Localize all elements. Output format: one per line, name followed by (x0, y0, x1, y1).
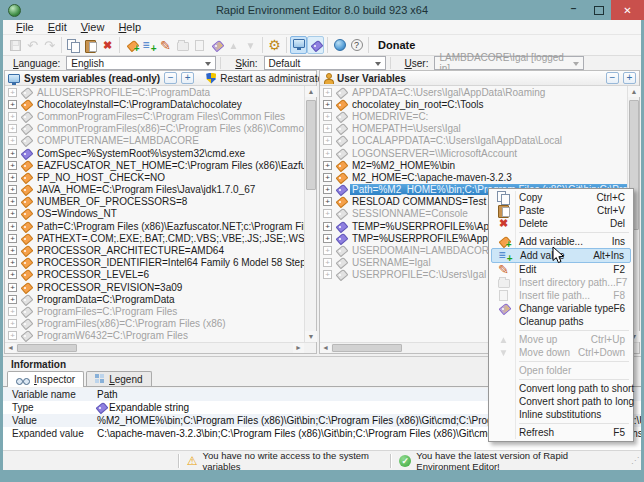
variable-row[interactable]: COMPUTERNAME=LAMBDACORE (5, 135, 304, 147)
variable-row[interactable]: PROCESSOR_LEVEL=6 (5, 269, 304, 281)
menubar-item[interactable]: View (74, 21, 112, 33)
scroll-right-icon[interactable]: ► (293, 343, 304, 353)
save-button[interactable] (7, 36, 24, 54)
menu-move-down[interactable]: Move down Ctrl+Down (491, 346, 631, 359)
expand-icon[interactable] (323, 161, 332, 170)
expand-icon[interactable] (8, 197, 17, 206)
add-value-button[interactable] (140, 36, 157, 54)
skin-select[interactable]: Default (264, 56, 386, 70)
variable-row[interactable]: Path=C:\Program Files (x86)\Eazfuscator.… (5, 220, 304, 232)
variable-row[interactable]: ProgramW6432=C:\Program Files (5, 330, 304, 342)
variable-row[interactable]: ALLUSERSPROFILE=C:\ProgramData (5, 86, 304, 98)
variable-row[interactable]: CommonProgramFiles(x86)=C:\Program Files… (5, 123, 304, 135)
expand-icon[interactable] (323, 185, 332, 194)
expand-icon[interactable] (8, 136, 17, 145)
delete-button[interactable] (99, 36, 116, 54)
variable-row[interactable]: LOGONSERVER=\\MicrosoftAccount (320, 147, 627, 159)
variable-row[interactable]: ProgramFiles=C:\Program Files (5, 305, 304, 317)
context-menu-item[interactable] (519, 330, 629, 331)
collapse-all-button[interactable] (606, 72, 619, 84)
undo-button[interactable] (24, 36, 41, 54)
expand-icon[interactable] (8, 319, 17, 328)
expand-icon[interactable] (8, 185, 17, 194)
toolbar-button[interactable] (58, 36, 65, 54)
menubar-item[interactable]: File (9, 21, 41, 33)
collapse-all-button[interactable] (164, 72, 177, 84)
toolbar-button[interactable] (116, 36, 123, 54)
scroll-left-icon[interactable]: ◄ (320, 343, 331, 353)
variable-row[interactable]: APPDATA=C:\Users\Igal\AppData\Roaming (320, 86, 627, 98)
menu-convert-short-to-long[interactable]: Convert short path to long (491, 395, 631, 408)
expand-all-button[interactable] (181, 72, 194, 84)
expand-icon[interactable] (8, 307, 17, 316)
variable-row[interactable]: JAVA_HOME=C:\Program Files\Java\jdk1.7.0… (5, 184, 304, 196)
expand-icon[interactable] (323, 173, 332, 182)
insert-file-button[interactable] (191, 36, 208, 54)
help-button[interactable] (348, 36, 365, 54)
expand-icon[interactable] (8, 124, 17, 133)
variable-row[interactable]: M2=%M2_HOME%\bin (320, 159, 627, 171)
variable-row[interactable]: PATHEXT=.COM;.EXE;.BAT;.CMD;.VBS;.VBE;.J… (5, 232, 304, 244)
move-down-button[interactable] (242, 36, 259, 54)
move-up-button[interactable] (225, 36, 242, 54)
expand-icon[interactable] (323, 88, 332, 97)
toggle-system-panel-button[interactable] (290, 36, 307, 54)
user-select[interactable]: LAMBDACORE\Igal [logged in] (434, 56, 584, 70)
maximize-button[interactable] (586, 0, 611, 20)
variable-row[interactable]: PROCESSOR_ARCHITECTURE=AMD64 (5, 244, 304, 256)
scroll-left-icon[interactable]: ◄ (5, 343, 16, 353)
expand-icon[interactable] (323, 136, 332, 145)
menu-convert-long-to-short[interactable]: Convert long path to short (491, 382, 631, 395)
menu-paste[interactable]: Paste Ctrl+V (491, 204, 631, 217)
expand-icon[interactable] (323, 234, 332, 243)
menu-insert-file[interactable]: Insert file path... F8 (491, 289, 631, 302)
expand-icon[interactable] (8, 88, 17, 97)
scrollbar-thumb[interactable] (306, 100, 316, 190)
expand-icon[interactable] (323, 197, 332, 206)
menu-open-folder[interactable]: Open folder (491, 364, 631, 377)
variable-row[interactable]: EAZFUSCATOR_NET_HOME=C:\Program Files (x… (5, 159, 304, 171)
scrollbar-thumb[interactable] (332, 344, 402, 352)
expand-icon[interactable] (8, 149, 17, 158)
expand-icon[interactable] (8, 234, 17, 243)
expand-all-button[interactable] (623, 72, 636, 84)
expand-icon[interactable] (8, 270, 17, 279)
context-menu-item[interactable] (519, 232, 629, 233)
expand-icon[interactable] (8, 258, 17, 267)
menu-refresh[interactable]: Refresh F5 (491, 426, 631, 439)
expand-icon[interactable] (323, 149, 332, 158)
expand-icon[interactable] (323, 112, 332, 121)
menu-cleanup-paths[interactable]: Cleanup paths (491, 315, 631, 328)
menu-copy[interactable]: Copy Ctrl+C (491, 191, 631, 204)
change-type-button[interactable] (208, 36, 225, 54)
variable-row[interactable]: FP_NO_HOST_CHECK=NO (5, 171, 304, 183)
variable-row[interactable]: OS=Windows_NT (5, 208, 304, 220)
scroll-down-icon[interactable]: ▼ (305, 331, 317, 342)
variable-row[interactable]: ProgramFiles(x86)=C:\Program Files (x86) (5, 318, 304, 330)
insert-directory-button[interactable] (174, 36, 191, 54)
tab-legend[interactable]: Legend (86, 371, 151, 386)
resize-grip[interactable] (631, 456, 641, 465)
expand-icon[interactable] (323, 270, 332, 279)
menu-inline-substitutions[interactable]: Inline substitutions (491, 408, 631, 421)
expand-icon[interactable] (8, 283, 17, 292)
expand-icon[interactable] (8, 295, 17, 304)
menubar-item[interactable]: Edit (41, 21, 74, 33)
variable-row[interactable]: M2_HOME=C:\apache-maven-3.2.3 (320, 171, 627, 183)
variable-row[interactable]: ChocolateyInstall=C:\ProgramData\chocola… (5, 98, 304, 110)
variable-row[interactable]: ComSpec=%SystemRoot%\system32\cmd.exe (5, 147, 304, 159)
toolbar-button[interactable] (259, 36, 266, 54)
expand-icon[interactable] (8, 112, 17, 121)
scroll-up-icon[interactable]: ▲ (305, 86, 317, 97)
system-horizontal-scrollbar[interactable]: ◄ ► (5, 342, 316, 353)
expand-icon[interactable] (323, 100, 332, 109)
minimize-button[interactable] (561, 0, 586, 20)
variable-row[interactable]: PROCESSOR_REVISION=3a09 (5, 281, 304, 293)
tab-inspector[interactable]: Inspector (7, 371, 84, 387)
variable-row[interactable]: HOMEPATH=\Users\Igal (320, 123, 627, 135)
copy-button[interactable] (65, 36, 82, 54)
scroll-up-icon[interactable]: ▲ (628, 86, 640, 97)
expand-icon[interactable] (323, 209, 332, 218)
context-menu-item[interactable] (519, 379, 629, 380)
toolbar-button[interactable] (324, 36, 331, 54)
